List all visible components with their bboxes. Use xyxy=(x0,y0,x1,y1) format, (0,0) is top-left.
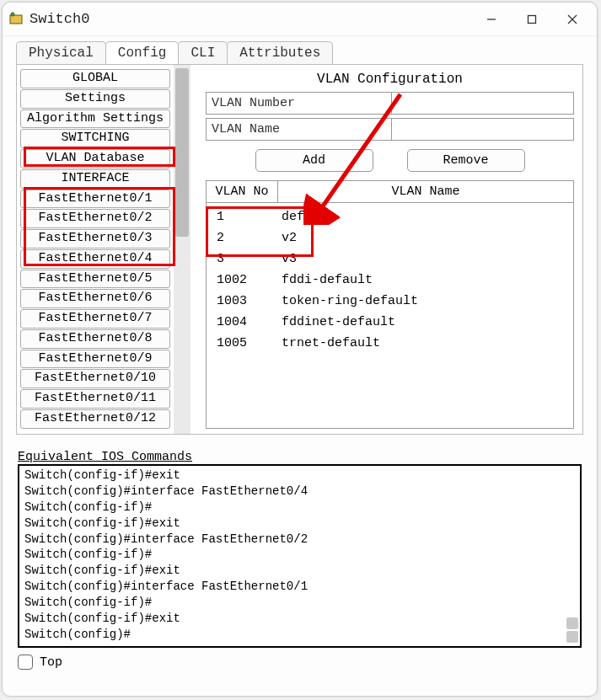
scroll-down-icon[interactable] xyxy=(566,631,578,643)
ios-line: Switch(config-if)# xyxy=(24,595,575,611)
sidebar-item-interface: INTERFACE xyxy=(20,169,170,189)
sidebar-scrollbar[interactable] xyxy=(174,65,190,434)
vlan-row[interactable]: 1004fddinet-default xyxy=(207,312,573,333)
top-label: Top xyxy=(40,655,62,670)
vlan-row[interactable]: 1005trnet-default xyxy=(207,333,573,354)
tab-attributes[interactable]: Attributes xyxy=(227,41,333,64)
vlan-row[interactable]: 1003token-ring-default xyxy=(207,291,573,312)
vlan-cell-name: default xyxy=(278,210,573,224)
vlan-row[interactable]: 1002fddi-default xyxy=(207,270,573,291)
vlan-row[interactable]: 3v3 xyxy=(207,248,573,270)
vlan-table: VLAN No VLAN Name 1default2v23v31002fddi… xyxy=(206,180,574,429)
vlan-row[interactable]: 2v2 xyxy=(207,227,573,248)
vlan-cell-name: v2 xyxy=(278,231,573,245)
sidebar-item-fastethernet0-9[interactable]: FastEthernet0/9 xyxy=(20,350,170,369)
close-button[interactable] xyxy=(553,6,592,33)
sidebar: GLOBALSettingsAlgorithm SettingsSWITCHIN… xyxy=(17,65,194,434)
vlan-cell-no: 1005 xyxy=(207,336,278,350)
ios-line: Switch(config)#interface FastEthernet0/1 xyxy=(24,579,575,595)
vlan-table-header-no[interactable]: VLAN No xyxy=(207,181,278,202)
vlan-name-row: VLAN Name xyxy=(206,118,574,141)
sidebar-item-fastethernet0-1[interactable]: FastEthernet0/1 xyxy=(20,190,170,209)
ios-line: Switch(config-if)#exit xyxy=(24,611,575,627)
maximize-button[interactable] xyxy=(512,6,551,33)
vlan-config-title: VLAN Configuration xyxy=(206,70,574,92)
sidebar-item-fastethernet0-6[interactable]: FastEthernet0/6 xyxy=(20,289,170,308)
tab-physical[interactable]: Physical xyxy=(16,41,106,64)
tab-config[interactable]: Config xyxy=(105,41,180,64)
vlan-number-row: VLAN Number xyxy=(206,92,574,115)
ios-line: Switch(config)# xyxy=(24,627,575,643)
sidebar-item-global: GLOBAL xyxy=(20,69,170,88)
ios-commands-box[interactable]: Switch(config-if)#exitSwitch(config)#int… xyxy=(18,464,582,648)
bottom-bar: Top xyxy=(3,655,597,676)
ios-scrollbar[interactable] xyxy=(566,469,578,643)
sidebar-item-fastethernet0-4[interactable]: FastEthernet0/4 xyxy=(20,249,170,269)
sidebar-item-switching: SWITCHING xyxy=(20,129,170,148)
sidebar-item-settings[interactable]: Settings xyxy=(20,89,170,109)
ios-line: Switch(config-if)# xyxy=(24,500,575,516)
minimize-button[interactable] xyxy=(472,6,511,33)
tab-bar: Physical Config CLI Attributes xyxy=(3,36,597,64)
vlan-name-label: VLAN Name xyxy=(207,119,392,140)
config-panel: GLOBALSettingsAlgorithm SettingsSWITCHIN… xyxy=(16,64,583,435)
vlan-number-input[interactable] xyxy=(392,93,573,114)
ios-line: Switch(config-if)#exit xyxy=(24,516,575,532)
sidebar-item-fastethernet0-3[interactable]: FastEthernet0/3 xyxy=(20,229,170,248)
window-title: Switch0 xyxy=(30,11,472,27)
window-controls xyxy=(472,6,592,33)
vlan-cell-no: 1004 xyxy=(207,315,278,329)
sidebar-item-algorithm-settings[interactable]: Algorithm Settings xyxy=(20,110,170,129)
app-window: Switch0 Physical Config CLI Attributes G… xyxy=(2,2,598,697)
sidebar-item-fastethernet0-10[interactable]: FastEthernet0/10 xyxy=(20,369,170,388)
app-icon xyxy=(8,11,24,28)
ios-line: Switch(config)#interface FastEthernet0/2 xyxy=(24,532,575,548)
vlan-cell-name: fddinet-default xyxy=(278,315,573,329)
vlan-cell-no: 1003 xyxy=(207,294,278,308)
ios-line: Switch(config-if)#exit xyxy=(24,563,575,579)
vlan-cell-no: 3 xyxy=(207,252,278,266)
vlan-cell-name: v3 xyxy=(278,252,573,266)
ios-commands-label: Equivalent IOS Commands xyxy=(18,450,582,464)
ios-line: Switch(config-if)#exit xyxy=(24,468,575,484)
vlan-name-input[interactable] xyxy=(392,119,573,140)
scroll-up-icon[interactable] xyxy=(566,617,578,629)
vlan-number-label: VLAN Number xyxy=(207,93,392,114)
sidebar-item-vlan-database[interactable]: VLAN Database xyxy=(20,149,170,168)
vlan-cell-name: fddi-default xyxy=(278,273,573,287)
remove-button[interactable]: Remove xyxy=(407,149,525,172)
svg-rect-3 xyxy=(529,15,536,23)
vlan-cell-name: token-ring-default xyxy=(278,294,573,308)
tab-cli[interactable]: CLI xyxy=(178,41,228,64)
svg-rect-0 xyxy=(10,15,22,24)
sidebar-item-fastethernet0-12[interactable]: FastEthernet0/12 xyxy=(20,409,170,429)
vlan-row[interactable]: 1default xyxy=(207,206,573,227)
vlan-cell-name: trnet-default xyxy=(278,336,573,350)
vlan-cell-no: 1 xyxy=(207,210,278,224)
sidebar-item-fastethernet0-11[interactable]: FastEthernet0/11 xyxy=(20,389,170,409)
svg-point-1 xyxy=(11,13,14,16)
vlan-config-panel: VLAN Configuration VLAN Number VLAN Name… xyxy=(194,65,582,434)
titlebar: Switch0 xyxy=(3,3,597,36)
vlan-table-header-name[interactable]: VLAN Name xyxy=(278,181,573,202)
ios-line: Switch(config)#interface FastEthernet0/4 xyxy=(24,484,575,500)
vlan-cell-no: 2 xyxy=(207,231,278,245)
sidebar-item-fastethernet0-8[interactable]: FastEthernet0/8 xyxy=(20,329,170,349)
sidebar-item-fastethernet0-7[interactable]: FastEthernet0/7 xyxy=(20,309,170,329)
add-button[interactable]: Add xyxy=(255,149,373,172)
sidebar-item-fastethernet0-5[interactable]: FastEthernet0/5 xyxy=(20,270,170,289)
vlan-cell-no: 1002 xyxy=(207,273,278,287)
sidebar-item-fastethernet0-2[interactable]: FastEthernet0/2 xyxy=(20,209,170,228)
top-checkbox[interactable] xyxy=(18,655,33,670)
ios-line: Switch(config-if)# xyxy=(24,547,575,563)
